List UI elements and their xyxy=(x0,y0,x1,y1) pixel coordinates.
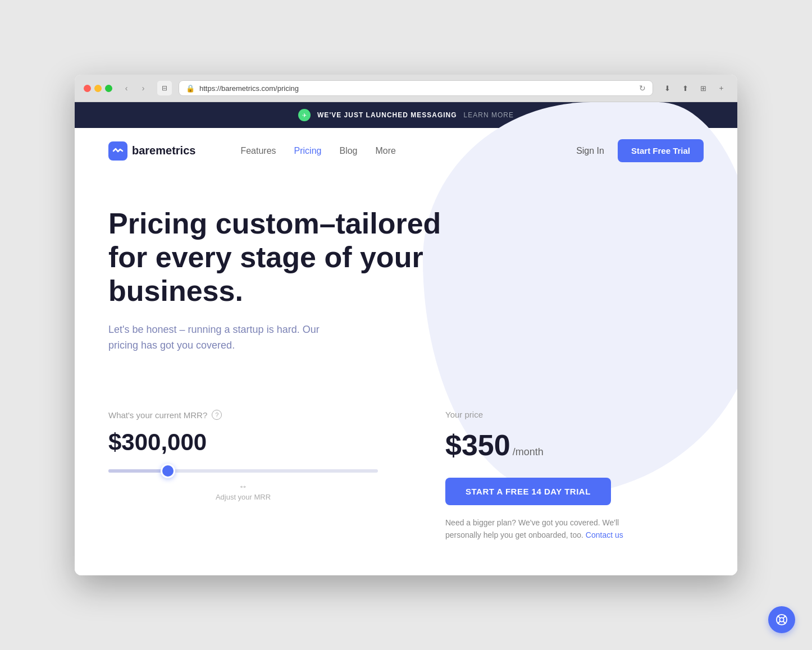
url-display: https://baremetrics.com/pricing xyxy=(199,84,635,93)
hero-subtitle: Let's be honest – running a startup is h… xyxy=(108,322,344,354)
mrr-section: What's your current MRR? ? $300,000 ↔ Ad… xyxy=(108,410,378,501)
browser-actions: ⬇ ⬆ ⊞ ＋ xyxy=(660,81,728,95)
address-bar[interactable]: 🔒 https://baremetrics.com/pricing ↻ xyxy=(179,80,653,96)
logo-text: baremetrics xyxy=(132,144,195,157)
hero-title: Pricing custom–tailored for every stage … xyxy=(108,207,445,308)
trial-cta-button[interactable]: START A FREE 14 DAY TRIAL xyxy=(445,478,611,505)
tab-icon: ⊟ xyxy=(157,81,172,95)
nav-actions: Sign In Start Free Trial xyxy=(576,139,704,162)
share-icon[interactable]: ⬆ xyxy=(678,81,692,95)
plane-icon: ✈ xyxy=(302,112,307,118)
mrr-value: $300,000 xyxy=(108,429,378,456)
tab-bar: ⊟ xyxy=(157,81,172,95)
refresh-icon[interactable]: ↻ xyxy=(639,84,646,93)
adjust-icon: ↔ xyxy=(239,482,248,492)
announcement-link[interactable]: LEARN MORE xyxy=(464,111,514,119)
logo[interactable]: baremetrics xyxy=(108,141,195,161)
start-trial-button[interactable]: Start Free Trial xyxy=(618,139,704,162)
mrr-help-icon[interactable]: ? xyxy=(212,410,222,420)
nav-features[interactable]: Features xyxy=(240,146,276,155)
sidebar-icon[interactable]: ⊞ xyxy=(696,81,710,95)
slider-hint: ↔ Adjust your MRR xyxy=(108,482,378,501)
svg-line-4 xyxy=(783,616,786,619)
price-section: Your price $350 /month START A FREE 14 D… xyxy=(445,410,659,542)
browser-chrome: ‹ › ⊟ 🔒 https://baremetrics.com/pricing … xyxy=(75,75,737,102)
traffic-lights xyxy=(84,85,112,92)
close-button[interactable] xyxy=(84,85,91,92)
price-label: Your price xyxy=(445,410,659,419)
pricing-section: What's your current MRR? ? $300,000 ↔ Ad… xyxy=(75,410,737,575)
contact-us-link[interactable]: Contact us xyxy=(586,530,623,539)
nav-more[interactable]: More xyxy=(375,146,395,155)
price-period: /month xyxy=(513,446,544,458)
minimize-button[interactable] xyxy=(94,85,102,92)
price-display: $350 /month xyxy=(445,428,659,462)
download-icon[interactable]: ⬇ xyxy=(660,81,674,95)
slider-container xyxy=(108,469,378,473)
slider-fill xyxy=(108,469,168,473)
forward-button[interactable]: › xyxy=(136,81,150,95)
browser-nav: ‹ › xyxy=(119,81,150,95)
new-tab-icon[interactable]: ＋ xyxy=(714,81,728,95)
browser-window: ‹ › ⊟ 🔒 https://baremetrics.com/pricing … xyxy=(75,75,737,575)
svg-line-3 xyxy=(783,621,786,624)
announcement-icon: ✈ xyxy=(298,109,311,121)
lock-icon: 🔒 xyxy=(186,84,195,93)
svg-line-2 xyxy=(778,616,781,619)
maximize-button[interactable] xyxy=(105,85,112,92)
support-widget[interactable] xyxy=(768,606,795,633)
back-button[interactable]: ‹ xyxy=(119,81,134,95)
price-amount: $350 xyxy=(445,428,510,462)
hero-section: Pricing custom–tailored for every stage … xyxy=(75,173,737,410)
mrr-label: What's your current MRR? ? xyxy=(108,410,378,420)
sign-in-button[interactable]: Sign In xyxy=(576,146,604,156)
navbar: baremetrics Features Pricing Blog More S… xyxy=(75,128,737,173)
nav-links: Features Pricing Blog More xyxy=(240,146,396,156)
slider-hint-text: Adjust your MRR xyxy=(216,493,271,501)
slider-thumb[interactable] xyxy=(161,464,175,478)
slider-track xyxy=(108,469,378,473)
bigger-plan-text: Need a bigger plan? We've got you covere… xyxy=(445,516,625,542)
logo-icon xyxy=(108,141,127,161)
nav-blog[interactable]: Blog xyxy=(339,146,357,155)
site-content: ✈ WE'VE JUST LAUNCHED MESSAGING LEARN MO… xyxy=(75,102,737,575)
announcement-text: WE'VE JUST LAUNCHED MESSAGING xyxy=(317,111,457,119)
nav-pricing[interactable]: Pricing xyxy=(294,146,322,155)
svg-line-5 xyxy=(778,621,781,624)
